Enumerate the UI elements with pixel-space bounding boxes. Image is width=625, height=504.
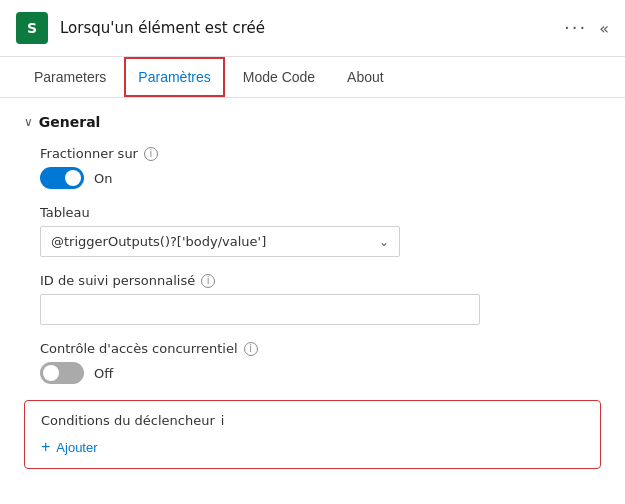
id-suivi-info-icon[interactable]: i — [201, 274, 215, 288]
section-general-header[interactable]: ∨ General — [24, 114, 601, 130]
field-id-suivi: ID de suivi personnalisé i — [24, 273, 601, 325]
controle-toggle-row: Off — [40, 362, 601, 384]
header-actions: ··· « — [564, 19, 609, 38]
tab-parameters[interactable]: Parameters — [20, 57, 120, 97]
controle-toggle-thumb — [43, 365, 59, 381]
add-condition-button[interactable]: + Ajouter — [41, 438, 98, 456]
field-fractionner: Fractionner sur i On — [24, 146, 601, 189]
collapse-button[interactable]: « — [599, 19, 609, 38]
controle-toggle[interactable] — [40, 362, 84, 384]
add-condition-label: Ajouter — [56, 440, 97, 455]
field-tableau: Tableau @triggerOutputs()?['body/value']… — [24, 205, 601, 257]
controle-info-icon[interactable]: i — [244, 342, 258, 356]
id-suivi-input[interactable] — [40, 294, 480, 325]
content-area: ∨ General Fractionner sur i On Tableau @… — [0, 98, 625, 485]
tab-bar: Parameters Paramètres Mode Code About — [0, 57, 625, 98]
trigger-conditions-info-icon[interactable]: i — [221, 413, 225, 428]
controle-toggle-label: Off — [94, 366, 113, 381]
toggle-thumb — [65, 170, 81, 186]
fractionner-info-icon[interactable]: i — [144, 147, 158, 161]
section-title: General — [39, 114, 101, 130]
trigger-conditions-label: Conditions du déclencheur i — [41, 413, 584, 428]
tab-parametres[interactable]: Paramètres — [124, 57, 224, 97]
tab-about[interactable]: About — [333, 57, 398, 97]
tableau-select[interactable]: @triggerOutputs()?['body/value'] ⌄ — [40, 226, 400, 257]
trigger-conditions-box: Conditions du déclencheur i + Ajouter — [24, 400, 601, 469]
panel-header: S Lorsqu'un élément est créé ··· « — [0, 0, 625, 57]
field-controle: Contrôle d'accès concurrentiel i Off — [24, 341, 601, 384]
controle-label: Contrôle d'accès concurrentiel i — [40, 341, 601, 356]
fractionner-toggle[interactable] — [40, 167, 84, 189]
id-suivi-label: ID de suivi personnalisé i — [40, 273, 601, 288]
fractionner-label: Fractionner sur i — [40, 146, 601, 161]
more-options-button[interactable]: ··· — [564, 19, 587, 37]
chevron-down-icon: ⌄ — [379, 235, 389, 249]
panel-title: Lorsqu'un élément est créé — [60, 19, 564, 37]
tableau-value: @triggerOutputs()?['body/value'] — [51, 234, 266, 249]
tableau-label: Tableau — [40, 205, 601, 220]
fractionner-toggle-row: On — [40, 167, 601, 189]
tab-mode-code[interactable]: Mode Code — [229, 57, 329, 97]
fractionner-toggle-label: On — [94, 171, 112, 186]
plus-icon: + — [41, 438, 50, 456]
app-icon: S — [16, 12, 48, 44]
section-chevron-icon: ∨ — [24, 115, 33, 129]
